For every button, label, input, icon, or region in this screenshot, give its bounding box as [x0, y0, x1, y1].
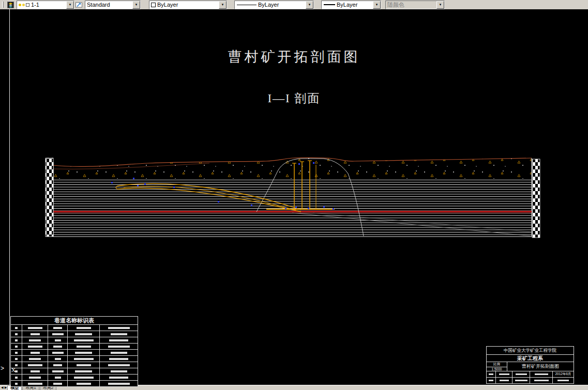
legend-cell [48, 337, 68, 344]
legend-cell [100, 325, 138, 331]
legend-cell [48, 381, 68, 387]
text-style-combo-arrow[interactable]: ▼ [132, 1, 140, 9]
legend-row [11, 375, 138, 381]
legend-cell [48, 375, 68, 381]
legend-cell [22, 368, 48, 375]
linetype-value: ByLayer [257, 2, 306, 8]
legend-cell [68, 362, 100, 368]
legend-cell [68, 337, 100, 344]
ucs-x-label: X [11, 367, 16, 373]
drawing-title-text[interactable]: 曹村矿开拓剖面图 [0, 48, 588, 66]
lineweight-combo-arrow[interactable]: ▼ [373, 1, 381, 9]
tab-nav-right-icon[interactable]: ▶ [4, 385, 8, 390]
drawing-canvas[interactable]: 曹村矿开拓剖面图 I—I 剖面 [0, 9, 588, 385]
plot-style-combo: 随颜色 ▼ [385, 1, 445, 9]
layers-button[interactable] [6, 1, 15, 9]
legend-row [11, 381, 138, 387]
linetype-sample-icon [237, 5, 257, 5]
legend-row [11, 331, 138, 337]
legend-cell [22, 362, 48, 368]
legend-row [11, 344, 138, 350]
title-block[interactable]: 中国矿业大学矿业工程学院 采矿工程系 比例 1:5000 曹村矿开拓剖面图 20… [486, 346, 574, 384]
toolbar-grip-handle[interactable] [2, 2, 4, 8]
legend-table-title: 巷道名称标识表 [11, 317, 138, 325]
lineweight-combo[interactable]: ByLayer ▼ [321, 1, 381, 9]
legend-cell [11, 350, 22, 356]
legend-cell [11, 331, 22, 337]
right-end-cap [532, 159, 540, 238]
legend-cell [22, 325, 48, 331]
object-properties-toolbar: 1-1 ▼ Standard ▼ ByLayer ▼ ByLayer ▼ ByL… [0, 0, 588, 9]
legend-cell [22, 375, 48, 381]
legend-cell [11, 344, 22, 350]
linetype-combo[interactable]: ByLayer ▼ [234, 1, 314, 9]
legend-row [11, 362, 138, 368]
legend-cell [48, 344, 68, 350]
scale-cell: 比例 1:5000 [487, 362, 507, 371]
legend-cell [11, 337, 22, 344]
legend-cell [100, 375, 138, 381]
legend-table[interactable]: 巷道名称标识表 [10, 316, 138, 387]
layer-combo-value: 1-1 [29, 2, 66, 8]
legend-cell [48, 331, 68, 337]
legend-row [11, 350, 138, 356]
layer-combo-arrow[interactable]: ▼ [66, 1, 74, 9]
legend-cell [68, 344, 100, 350]
lineweight-value: ByLayer [335, 2, 373, 8]
legend-cell [68, 368, 100, 375]
tab-nav-left-icon[interactable]: ◀ [1, 385, 4, 390]
legend-cell [100, 362, 138, 368]
legend-row [11, 337, 138, 344]
legend-cell [48, 356, 68, 362]
layer-on-icon [19, 4, 21, 6]
make-layer-current-icon [76, 2, 82, 8]
legend-cell [48, 350, 68, 356]
legend-cell [22, 337, 48, 344]
legend-cell [22, 344, 48, 350]
legend-row [11, 368, 138, 375]
scale-label: 比例 [487, 362, 507, 367]
color-swatch [151, 3, 156, 7]
legend-cell [22, 350, 48, 356]
legend-cell [68, 381, 100, 387]
layer-thaw-icon [22, 4, 25, 6]
legend-cell [22, 381, 48, 387]
layer-color-swatch [26, 3, 29, 7]
text-style-combo[interactable]: Standard ▼ [85, 1, 141, 9]
legend-table-body [11, 325, 138, 387]
plot-style-value: 随颜色 [386, 1, 436, 9]
legend-cell [100, 331, 138, 337]
drawing-subtitle-text[interactable]: I—I 剖面 [0, 90, 588, 106]
legend-cell [68, 375, 100, 381]
cross-section-drawing[interactable] [44, 155, 543, 242]
legend-cell [11, 325, 22, 331]
legend-cell [11, 356, 22, 362]
section-body [46, 155, 540, 238]
linetype-combo-arrow[interactable]: ▼ [306, 1, 313, 9]
text-style-value: Standard [85, 2, 132, 8]
layer-combo[interactable]: 1-1 ▼ [17, 1, 74, 9]
title-block-row: 2012年6月 [487, 371, 574, 377]
color-value: ByLayer [156, 2, 219, 8]
make-layer-current-button[interactable] [74, 1, 83, 9]
legend-cell [11, 381, 22, 387]
legend-cell [100, 344, 138, 350]
legend-cell [68, 325, 100, 331]
title-block-drawing-title: 曹村矿开拓剖面图 [507, 363, 574, 370]
plot-style-combo-arrow: ▼ [436, 1, 444, 9]
color-combo-arrow[interactable]: ▼ [219, 1, 227, 9]
legend-cell [100, 350, 138, 356]
title-block-department: 采矿工程系 [487, 354, 574, 362]
legend-cell [68, 331, 100, 337]
title-block-date: 2012年6月 [553, 371, 574, 377]
legend-cell [22, 331, 48, 337]
color-combo[interactable]: ByLayer ▼ [149, 1, 227, 9]
lineweight-sample-icon [324, 4, 335, 5]
legend-cell [100, 368, 138, 375]
legend-cell [100, 356, 138, 362]
title-block-university: 中国矿业大学矿业工程学院 [487, 347, 574, 354]
legend-row [11, 356, 138, 362]
legend-cell [48, 362, 68, 368]
scale-value: 1:5000 [487, 367, 507, 371]
legend-cell [68, 356, 100, 362]
